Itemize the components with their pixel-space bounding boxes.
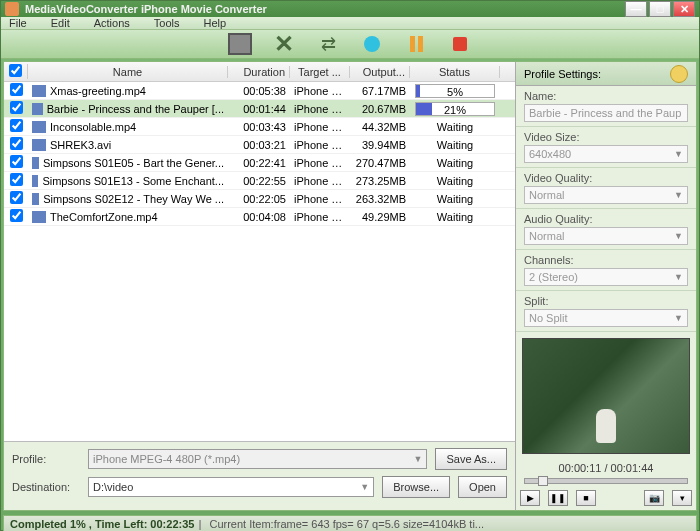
menu-tools[interactable]: Tools — [154, 17, 180, 29]
video-file-icon — [32, 121, 46, 133]
table-row[interactable]: TheComfortZone.mp400:04:08iPhone M...49.… — [4, 208, 515, 226]
header-name[interactable]: Name — [28, 66, 228, 78]
duration-cell: 00:22:05 — [228, 193, 290, 205]
film-add-icon — [228, 33, 252, 55]
name-cell: Barbie - Princess and the Pauper [... — [28, 103, 228, 115]
header-target[interactable]: Target ... — [290, 66, 350, 78]
profile-select[interactable]: iPhone MPEG-4 480P (*.mp4)▼ — [88, 449, 427, 469]
open-button[interactable]: Open — [458, 476, 507, 498]
x-icon: ✕ — [274, 30, 294, 58]
row-checkbox[interactable] — [10, 155, 23, 168]
output-cell: 44.32MB — [350, 121, 410, 133]
table-row[interactable]: Inconsolable.mp400:03:43iPhone M...44.32… — [4, 118, 515, 136]
row-checkbox[interactable] — [10, 191, 23, 204]
target-cell: iPhone M... — [290, 157, 350, 169]
record-button[interactable] — [358, 30, 386, 58]
table-row[interactable]: Xmas-greeting.mp400:05:38iPhone M...67.1… — [4, 82, 515, 100]
menu-help[interactable]: Help — [203, 17, 226, 29]
output-cell: 67.17MB — [350, 85, 410, 97]
header-check[interactable] — [4, 64, 28, 79]
row-checkbox[interactable] — [10, 209, 23, 222]
stop-button[interactable] — [446, 30, 474, 58]
table-row[interactable]: SHREK3.avi00:03:21iPhone M...39.94MBWait… — [4, 136, 515, 154]
remove-button[interactable]: ✕ — [270, 30, 298, 58]
save-as-button[interactable]: Save As... — [435, 448, 507, 470]
video-size-select[interactable]: 640x480▼ — [524, 145, 688, 163]
progress-bar: 5% — [415, 84, 495, 98]
file-table: Name Duration Target ... Output... Statu… — [4, 62, 515, 441]
target-cell: iPhone M... — [290, 211, 350, 223]
video-file-icon — [32, 193, 39, 205]
add-file-button[interactable] — [226, 30, 254, 58]
row-checkbox[interactable] — [10, 173, 23, 186]
preview-play-button[interactable]: ▶ — [520, 490, 540, 506]
video-file-icon — [32, 175, 38, 187]
header-output[interactable]: Output... — [350, 66, 410, 78]
maximize-button[interactable]: □ — [649, 1, 671, 17]
browse-button[interactable]: Browse... — [382, 476, 450, 498]
chevron-down-icon: ▼ — [674, 313, 683, 323]
table-row[interactable]: Simpsons S02E12 - They Way We ...00:22:0… — [4, 190, 515, 208]
name-field[interactable]: Barbie - Princess and the Paup — [524, 104, 688, 122]
status-bar: Completed 1% , Time Left: 00:22:35 | Cur… — [3, 515, 697, 531]
table-row[interactable]: Simpsons S01E05 - Bart the Gener...00:22… — [4, 154, 515, 172]
status-separator: | — [198, 518, 201, 530]
preview-pause-button[interactable]: ❚❚ — [548, 490, 568, 506]
row-checkbox[interactable] — [10, 83, 23, 96]
menu-file[interactable]: File — [9, 17, 27, 29]
audio-quality-select[interactable]: Normal▼ — [524, 227, 688, 245]
row-checkbox[interactable] — [10, 101, 23, 114]
row-checkbox[interactable] — [10, 119, 23, 132]
titlebar[interactable]: MediaVideoConverter iPhone Movie Convert… — [1, 1, 699, 17]
table-header: Name Duration Target ... Output... Statu… — [4, 62, 515, 82]
target-cell: iPhone M... — [290, 175, 350, 187]
check-all[interactable] — [9, 64, 22, 77]
status-main: Completed 1% , Time Left: 00:22:35 — [10, 518, 194, 530]
preview-time: 00:00:11 / 00:01:44 — [516, 460, 696, 476]
preview-stop-button[interactable]: ■ — [576, 490, 596, 506]
destination-input[interactable]: D:\video▼ — [88, 477, 374, 497]
output-cell: 263.32MB — [350, 193, 410, 205]
progress-bar: 21% — [415, 102, 495, 116]
output-cell: 20.67MB — [350, 103, 410, 115]
minimize-button[interactable]: — — [625, 1, 647, 17]
duration-cell: 00:05:38 — [228, 85, 290, 97]
name-cell: Simpsons S01E05 - Bart the Gener... — [28, 157, 228, 169]
pause-icon — [410, 36, 423, 52]
name-cell: Simpsons S02E12 - They Way We ... — [28, 193, 228, 205]
snapshot-button[interactable]: 📷 — [644, 490, 664, 506]
preview-more-button[interactable]: ▾ — [672, 490, 692, 506]
pause-button[interactable] — [402, 30, 430, 58]
table-row[interactable]: Barbie - Princess and the Pauper [...00:… — [4, 100, 515, 118]
chevron-down-icon: ▼ — [674, 272, 683, 282]
profile-label: Profile: — [12, 453, 80, 465]
channels-label: Channels: — [524, 254, 688, 266]
header-duration[interactable]: Duration — [228, 66, 290, 78]
window-title: MediaVideoConverter iPhone Movie Convert… — [25, 3, 625, 15]
swap-icon: ⇄ — [321, 33, 336, 55]
preview-controls: ▶ ❚❚ ■ 📷 ▾ — [516, 486, 696, 510]
close-button[interactable]: ✕ — [673, 1, 695, 17]
slider-handle[interactable] — [538, 476, 548, 486]
destination-label: Destination: — [12, 481, 80, 493]
gear-icon[interactable] — [670, 65, 688, 83]
duration-cell: 00:03:43 — [228, 121, 290, 133]
video-file-icon — [32, 139, 46, 151]
menu-edit[interactable]: Edit — [51, 17, 70, 29]
video-quality-select[interactable]: Normal▼ — [524, 186, 688, 204]
preview-slider[interactable] — [524, 478, 688, 484]
row-checkbox[interactable] — [10, 137, 23, 150]
name-cell: Xmas-greeting.mp4 — [28, 85, 228, 97]
split-select[interactable]: No Split▼ — [524, 309, 688, 327]
video-file-icon — [32, 103, 43, 115]
swap-button[interactable]: ⇄ — [314, 30, 342, 58]
split-label: Split: — [524, 295, 688, 307]
target-cell: iPhone M... — [290, 193, 350, 205]
channels-select[interactable]: 2 (Stereo)▼ — [524, 268, 688, 286]
table-row[interactable]: Simpsons S01E13 - Some Enchant...00:22:5… — [4, 172, 515, 190]
menu-actions[interactable]: Actions — [94, 17, 130, 29]
profile-settings-panel: Profile Settings: Name:Barbie - Princess… — [516, 62, 696, 510]
audio-quality-label: Audio Quality: — [524, 213, 688, 225]
header-status[interactable]: Status — [410, 66, 500, 78]
name-cell: TheComfortZone.mp4 — [28, 211, 228, 223]
